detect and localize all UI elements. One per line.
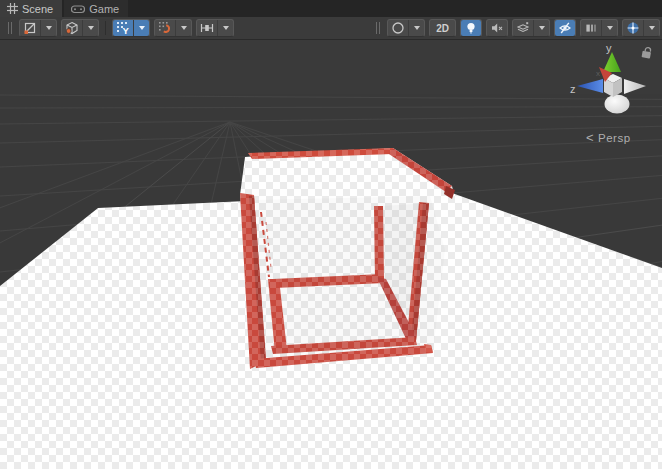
tab-game[interactable]: Game	[64, 0, 128, 17]
overlay-drag-handle[interactable]	[8, 22, 13, 34]
grid-icon	[7, 3, 18, 14]
gizmos-button[interactable]	[622, 19, 660, 37]
dotted-magnet-icon	[155, 20, 175, 36]
grid-y-icon: Y	[113, 20, 133, 36]
overlay-drag-handle[interactable]	[376, 22, 381, 34]
chevron-down-icon	[414, 26, 420, 30]
measure-tool-dropdown[interactable]	[217, 20, 233, 36]
gizmo-sphere-icon	[623, 20, 643, 36]
2d-toggle-button[interactable]: 2D	[429, 19, 456, 37]
scene-toolbar: Y	[0, 17, 662, 40]
gamepad-icon	[71, 4, 85, 14]
projection-arrow[interactable]: <	[586, 130, 594, 145]
sphere-icon	[388, 20, 408, 36]
unity-scene-view-window: Scene Game	[0, 0, 662, 469]
view-tabbar: Scene Game	[0, 0, 662, 17]
shape-tool-dropdown[interactable]	[82, 20, 98, 36]
scene-visibility-button[interactable]	[554, 19, 576, 37]
effects-button[interactable]	[512, 19, 550, 37]
bulb-icon	[461, 20, 481, 36]
audio-toggle-button[interactable]	[486, 19, 508, 37]
axis-cone-front[interactable]	[605, 95, 630, 114]
rect-tool-dropdown[interactable]	[40, 20, 56, 36]
axis-x-label: x	[596, 69, 600, 78]
scene-render: y x z < Persp	[0, 40, 662, 469]
measure-tool-button[interactable]	[196, 19, 234, 37]
draw-mode-dropdown[interactable]	[408, 20, 424, 36]
grid-bars-icon	[581, 20, 601, 36]
voxel-cube[interactable]	[238, 145, 458, 373]
chevron-down-icon	[181, 26, 187, 30]
chevron-down-icon	[139, 26, 145, 30]
snap-tool-button[interactable]	[154, 19, 192, 37]
square-diagonal-icon	[20, 20, 40, 36]
2d-toggle-label: 2D	[433, 23, 452, 34]
tab-scene[interactable]: Scene	[0, 0, 62, 17]
grid-y-tool-button[interactable]: Y	[112, 19, 150, 37]
shape-tool-button[interactable]	[61, 19, 99, 37]
chevron-down-icon	[46, 26, 52, 30]
chevron-down-icon	[539, 26, 545, 30]
chevron-down-icon	[223, 26, 229, 30]
toolbar-separator	[105, 21, 106, 35]
speaker-muted-icon	[487, 20, 507, 36]
eye-slash-icon	[555, 20, 575, 36]
gizmos-dropdown[interactable]	[643, 20, 659, 36]
grid-y-dropdown[interactable]	[133, 20, 149, 36]
axis-y-label: y	[606, 42, 612, 54]
chevron-down-icon	[607, 26, 613, 30]
snap-tool-dropdown[interactable]	[175, 20, 191, 36]
cube-outline-icon	[62, 20, 82, 36]
grid-visibility-button[interactable]	[580, 19, 618, 37]
layers-icon	[513, 20, 533, 36]
chevron-down-icon	[649, 26, 655, 30]
view-options-overlay: 2D	[374, 19, 660, 37]
tool-settings-overlay: Y	[6, 19, 234, 37]
effects-dropdown[interactable]	[533, 20, 549, 36]
lighting-toggle-button[interactable]	[460, 19, 482, 37]
rect-tool-button[interactable]	[19, 19, 57, 37]
grid-visibility-dropdown[interactable]	[601, 20, 617, 36]
axis-z-label: z	[570, 83, 576, 95]
tab-game-label: Game	[89, 3, 119, 15]
chevron-down-icon	[88, 26, 94, 30]
scene-viewport[interactable]: y x z < Persp	[0, 40, 662, 469]
draw-mode-button[interactable]	[387, 19, 425, 37]
ruler-icon	[197, 20, 217, 36]
tab-scene-label: Scene	[22, 3, 53, 15]
projection-label[interactable]: Persp	[598, 132, 631, 144]
svg-text:Y: Y	[123, 25, 130, 35]
